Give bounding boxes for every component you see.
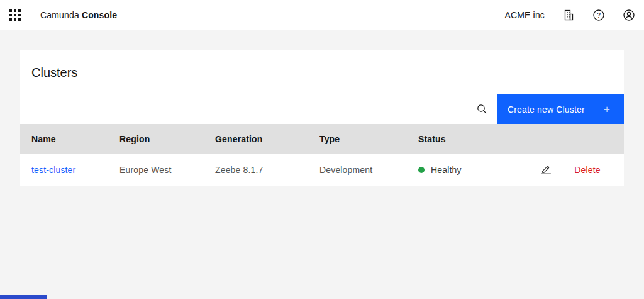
help-button[interactable]: ?: [584, 0, 614, 30]
cell-region: Europe West: [119, 165, 215, 175]
app-title: Camunda Console: [40, 10, 117, 20]
brand-name: Camunda: [40, 10, 79, 20]
building-icon: [562, 9, 575, 21]
table-row: test-cluster Europe West Zeebe 8.1.7 Dev…: [20, 154, 624, 186]
healthy-status-dot: [418, 167, 425, 173]
user-avatar-icon: [623, 9, 635, 21]
cell-name: test-cluster: [31, 165, 119, 175]
cell-generation: Zeebe 8.1.7: [215, 165, 319, 175]
card-title-row: Clusters: [20, 50, 624, 94]
svg-text:?: ?: [597, 11, 601, 19]
product-name: Console: [82, 10, 117, 20]
cell-status: Healthy: [418, 165, 531, 175]
organization-name: ACME inc: [504, 10, 545, 20]
user-menu-button[interactable]: [614, 0, 644, 30]
partial-bottom-element[interactable]: [0, 295, 47, 299]
column-header-region: Region: [119, 134, 215, 144]
cluster-name-link[interactable]: test-cluster: [31, 165, 75, 175]
edit-cluster-button[interactable]: [538, 162, 554, 178]
organization-button[interactable]: [553, 0, 584, 30]
edit-pencil-icon: [540, 164, 552, 176]
create-new-cluster-label: Create new Cluster: [508, 104, 585, 115]
cell-edit: [531, 162, 561, 178]
table-header-row: Name Region Generation Type Status: [20, 124, 624, 154]
search-button[interactable]: [467, 94, 497, 124]
help-icon: ?: [592, 9, 605, 21]
search-icon: [477, 104, 487, 115]
status-label: Healthy: [431, 165, 462, 175]
plus-icon: +: [604, 103, 610, 116]
app-switcher-button[interactable]: [0, 0, 30, 30]
column-header-name: Name: [31, 134, 119, 144]
clusters-toolbar: Create new Cluster +: [20, 94, 624, 124]
page-title: Clusters: [31, 65, 77, 80]
column-header-generation: Generation: [215, 134, 319, 144]
create-new-cluster-button[interactable]: Create new Cluster +: [497, 94, 624, 124]
delete-cluster-button[interactable]: Delete: [574, 165, 600, 175]
top-navigation-bar: Camunda Console ACME inc ?: [0, 0, 644, 30]
app-switcher-icon: [9, 9, 21, 21]
column-header-status: Status: [418, 134, 531, 144]
clusters-card: Clusters Create new Cluster + Name Regio…: [20, 50, 624, 186]
cell-delete: Delete: [561, 165, 614, 175]
cell-type: Development: [319, 165, 418, 175]
column-header-type: Type: [319, 134, 418, 144]
